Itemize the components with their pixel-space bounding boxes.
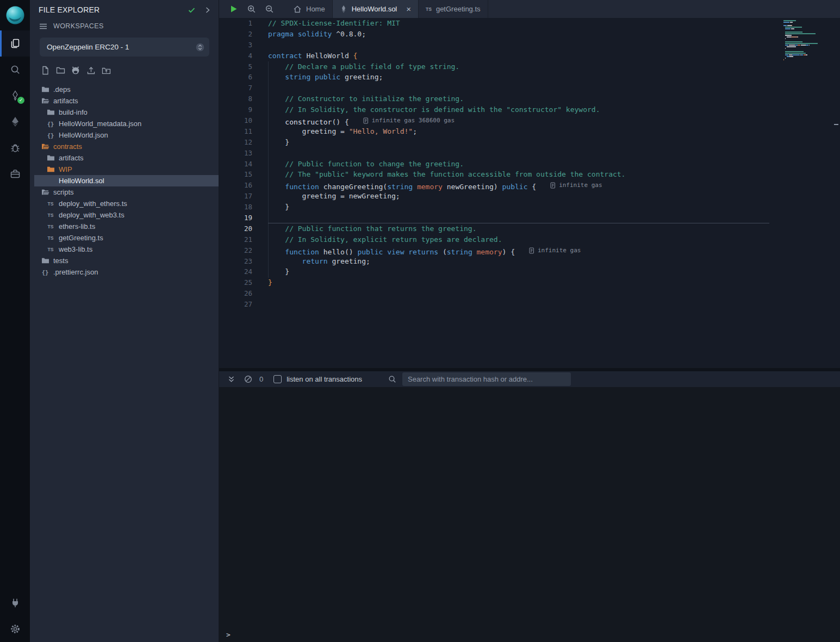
chevron-right-icon[interactable] (204, 7, 211, 14)
code-line-8[interactable]: 8 // Constructor to initialize the greet… (219, 94, 769, 104)
tree-item-deploy-with-web3-ts[interactable]: TSdeploy_with_web3.ts (34, 209, 219, 221)
code-line-9[interactable]: 9 // In Solidity, the constructor is def… (219, 104, 769, 115)
line-content: // SPDX-License-Identifier: MIT (268, 18, 769, 29)
zoom-in-icon[interactable] (247, 4, 256, 14)
code-line-4[interactable]: 4contract HelloWorld { (219, 51, 769, 61)
code-token: return (268, 257, 328, 265)
tree-item-tests[interactable]: tests (34, 255, 219, 266)
overview-ruler[interactable] (832, 18, 840, 368)
activity-plugin-manager-icon[interactable] (0, 161, 30, 187)
activity-debugger-icon[interactable] (0, 135, 30, 161)
tree-item-web3-lib-ts[interactable]: TSweb3-lib.ts (34, 244, 219, 255)
code-line-24[interactable]: 24 } (219, 266, 769, 277)
remix-logo[interactable] (0, 0, 30, 30)
terminal-output[interactable]: > (219, 387, 840, 642)
activity-search-icon[interactable] (0, 57, 30, 83)
tree-item-label: .prettierrc.json (53, 268, 98, 276)
code-token: changeGreeting( (319, 183, 387, 191)
github-icon[interactable] (71, 65, 80, 75)
tree-item-helloworld-metadata-json[interactable]: {}HelloWorld_metadata.json (34, 118, 219, 129)
minimap-line (783, 27, 831, 28)
code-line-5[interactable]: 5 // Declare a public field of type stri… (219, 61, 769, 72)
code-line-12[interactable]: 12 } (219, 137, 769, 148)
tree-item-artifacts[interactable]: artifacts (34, 95, 219, 107)
code-line-3[interactable]: 3 (219, 40, 769, 51)
tree-item-helloworld-json[interactable]: {}HelloWorld.json (34, 129, 219, 141)
code-line-7[interactable]: 7 (219, 83, 769, 94)
line-number: 20 (219, 223, 268, 234)
tree-item-getgreeting-ts[interactable]: TSgetGreeting.ts (34, 232, 219, 244)
code-line-13[interactable]: 13 (219, 148, 769, 159)
code-line-15[interactable]: 15 // The "public" keyword makes the fun… (219, 169, 769, 180)
activity-plug-icon[interactable] (0, 590, 30, 616)
tree-item-scripts[interactable]: scripts (34, 186, 219, 198)
clear-console-icon[interactable] (244, 375, 252, 383)
line-number: 5 (219, 61, 268, 72)
code-editor[interactable]: 1// SPDX-License-Identifier: MIT2pragma … (219, 18, 840, 368)
file-explorer-panel: FILE EXPLORER WORKSPACES OpenZeppelin ER… (30, 0, 219, 642)
code-line-16[interactable]: 16 function changeGreeting(string memory… (219, 180, 769, 191)
tab-home[interactable]: Home (286, 0, 333, 18)
new-file-icon[interactable] (40, 65, 50, 75)
code-line-20[interactable]: 20 // Public function that returns the g… (219, 223, 769, 234)
tree-item-prettierrc-json[interactable]: {}.prettierrc.json (34, 266, 219, 278)
terminal-search-input[interactable] (402, 372, 571, 386)
tab-helloworld-sol[interactable]: HelloWorld.sol× (333, 0, 419, 18)
listen-checkbox[interactable] (273, 375, 282, 383)
code-token: { (532, 183, 536, 191)
code-line-1[interactable]: 1// SPDX-License-Identifier: MIT (219, 18, 769, 29)
folder-icon (41, 85, 49, 94)
code-line-21[interactable]: 21 // In Solidity, explicit return types… (219, 234, 769, 245)
editor-region: HomeHelloWorld.sol×TSgetGreeting.ts 1// … (219, 0, 840, 642)
line-number: 14 (219, 159, 268, 170)
code-token: ^0.8.0; (332, 30, 366, 38)
code-line-14[interactable]: 14 // Public function to change the gree… (219, 159, 769, 170)
activity-deploy-run-icon[interactable] (0, 109, 30, 135)
tree-item-helloworld-sol[interactable]: HelloWorld.sol (34, 175, 219, 186)
tree-item-contracts[interactable]: contracts (34, 141, 219, 152)
tree-item-deps[interactable]: .deps (34, 84, 219, 95)
tree-item-label: WIP (59, 165, 72, 173)
activity-solidity-compiler-icon[interactable]: ✓ (0, 83, 30, 109)
collapse-terminal-icon[interactable] (227, 375, 235, 383)
new-folder-icon[interactable] (55, 65, 65, 75)
tab-getgreeting-ts[interactable]: TSgetGreeting.ts (419, 0, 488, 18)
code-line-22[interactable]: 22 function hello() public view returns … (219, 245, 769, 256)
line-number: 15 (219, 169, 268, 180)
tree-item-artifacts[interactable]: artifacts (34, 152, 219, 164)
line-number: 10 (219, 115, 268, 126)
code-line-18[interactable]: 18 } (219, 202, 769, 213)
code-line-6[interactable]: 6 string public greeting; (219, 72, 769, 83)
workspace-select[interactable]: OpenZeppelin ERC20 - 1 (40, 38, 209, 57)
code-line-11[interactable]: 11 greeting = "Hello, World!"; (219, 126, 769, 137)
code-line-23[interactable]: 23 return greeting; (219, 256, 769, 267)
plugin-manager-icon (9, 168, 21, 180)
code-line-2[interactable]: 2pragma solidity ^0.8.0; (219, 29, 769, 40)
code-token: { (345, 118, 349, 126)
tree-item-deploy-with-ethers-ts[interactable]: TSdeploy_with_ethers.ts (34, 198, 219, 209)
activity-file-explorer-icon[interactable] (0, 30, 30, 57)
line-number: 12 (219, 137, 268, 148)
line-content (268, 40, 769, 51)
zoom-out-icon[interactable] (265, 4, 274, 14)
close-tab-icon[interactable]: × (406, 5, 411, 13)
line-content (268, 213, 769, 223)
search-icon (9, 64, 21, 76)
code-line-25[interactable]: 25} (219, 277, 769, 288)
code-line-19[interactable]: 19 (219, 213, 769, 223)
minimap[interactable] (783, 20, 831, 64)
tree-item-wip[interactable]: WIP (34, 164, 219, 175)
play-icon[interactable] (229, 4, 238, 14)
code-line-10[interactable]: 10 constructor() {infinite gas 368600 ga… (219, 115, 769, 126)
activity-settings-gear-icon[interactable] (0, 616, 30, 642)
tree-item-build-info[interactable]: build-info (34, 107, 219, 118)
minimap-line (783, 35, 831, 36)
code-line-27[interactable]: 27 (219, 299, 769, 310)
menu-icon[interactable] (39, 23, 47, 30)
code-token (472, 248, 477, 256)
code-line-26[interactable]: 26 (219, 288, 769, 299)
tree-item-ethers-lib-ts[interactable]: TSethers-lib.ts (34, 221, 219, 232)
code-line-17[interactable]: 17 greeting = newGreeting; (219, 191, 769, 202)
upload-file-icon[interactable] (86, 65, 96, 75)
upload-folder-icon[interactable] (101, 65, 111, 75)
